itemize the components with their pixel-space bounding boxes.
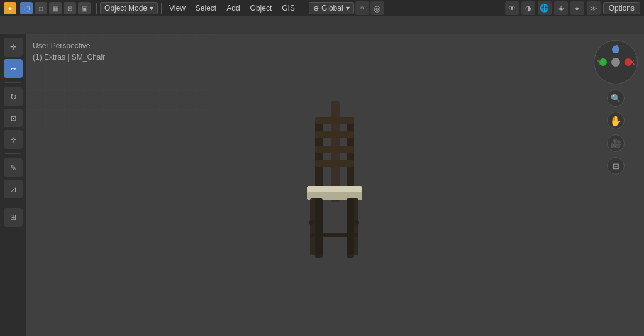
- menu-select[interactable]: Select: [191, 2, 221, 14]
- object-mode-label: Object Mode: [104, 4, 147, 13]
- menu-object[interactable]: Object: [246, 2, 277, 14]
- camera-icon[interactable]: 🎥: [607, 134, 625, 152]
- viewport-gizmos: Z X Y 🔍 ✋ 🎥 ⊞: [594, 40, 638, 175]
- separator-2: [161, 3, 162, 14]
- top-right-controls: 👁 ◑ 🌐 ◈ ● ≫ Options: [505, 1, 640, 15]
- nav-center-dot[interactable]: [611, 58, 620, 67]
- cursor-tool[interactable]: ✛: [4, 38, 23, 57]
- layout-icon-2[interactable]: □: [35, 2, 47, 14]
- perspective-label: User Perspective: [33, 40, 105, 51]
- z-axis-label: Z: [614, 43, 618, 51]
- toolbar-divider-1: [5, 82, 21, 83]
- left-toolbar: ✛ ↔ ↻ ⊡ ⊹ ✎ ⊿ ⊞: [0, 34, 26, 336]
- layout-icon-4[interactable]: ⊞: [64, 2, 76, 14]
- separator-3: [303, 3, 303, 14]
- viewport-info: User Perspective (1) Extras | SM_Chair: [33, 40, 105, 63]
- layout-icons: ⬚ □ ▦ ⊞ ▣: [20, 2, 91, 14]
- x-axis-label: X: [630, 58, 635, 66]
- collection-label: (1) Extras | SM_Chair: [33, 51, 105, 63]
- layout-icon-3[interactable]: ▦: [49, 2, 62, 14]
- render-icon[interactable]: 👁: [505, 1, 519, 15]
- separator-1: [96, 3, 97, 14]
- more-options-icon[interactable]: ≫: [587, 1, 601, 15]
- svg-rect-40: [315, 160, 354, 167]
- proportional-edit-icon[interactable]: ◎: [370, 1, 384, 15]
- object-mode-selector[interactable]: Object Mode ▾: [100, 2, 158, 14]
- menu-add[interactable]: Add: [222, 2, 244, 14]
- scene-icon[interactable]: 🌐: [538, 1, 552, 15]
- transform-chevron-icon: ▾: [346, 4, 350, 13]
- scale-tool[interactable]: ⊡: [4, 109, 23, 127]
- chair-svg: [272, 89, 398, 264]
- transform-selector[interactable]: ⊕ Global ▾: [309, 2, 354, 14]
- zoom-icon[interactable]: 🔍: [607, 89, 625, 107]
- viewport-3d[interactable]: User Perspective (1) Extras | SM_Chair: [26, 34, 644, 336]
- svg-rect-39: [315, 146, 354, 153]
- layout-icon-5[interactable]: ▣: [78, 2, 91, 14]
- y-axis-label: Y: [597, 58, 601, 66]
- menu-gis[interactable]: GIS: [277, 2, 299, 14]
- navigation-gizmo[interactable]: Z X Y: [594, 40, 638, 84]
- top-menu-bar: ● ⬚ □ ▦ ⊞ ▣ Object Mode ▾ View Select Ad…: [0, 0, 644, 16]
- toolbar-divider-3: [5, 203, 21, 203]
- viewport-shading-2[interactable]: ◈: [554, 1, 568, 15]
- logo-area: ●: [4, 2, 16, 14]
- transform-label: Global: [321, 4, 343, 13]
- transform-icon: ⊕: [313, 4, 319, 13]
- menu-view[interactable]: View: [165, 2, 190, 14]
- snap-icon[interactable]: ⌖: [355, 1, 369, 15]
- chair-object[interactable]: [272, 89, 398, 264]
- pan-icon[interactable]: ✋: [607, 112, 625, 129]
- rotate-tool[interactable]: ↻: [4, 87, 23, 106]
- svg-rect-49: [315, 198, 323, 255]
- annotate-tool[interactable]: ✎: [4, 158, 23, 177]
- svg-rect-50: [347, 198, 354, 255]
- transform-tool[interactable]: ⊹: [4, 130, 23, 149]
- svg-rect-37: [315, 117, 354, 124]
- options-button[interactable]: Options: [603, 2, 640, 14]
- measure-tool[interactable]: ⊿: [4, 180, 23, 198]
- svg-rect-42: [308, 186, 361, 192]
- layout-icon-1[interactable]: ⬚: [20, 2, 33, 14]
- move-tool[interactable]: ↔: [4, 59, 23, 78]
- viewport-overlay-icon[interactable]: ⊞: [607, 157, 625, 175]
- viewport-shading-3[interactable]: ●: [570, 1, 584, 15]
- viewport-shading-1[interactable]: ◑: [521, 1, 535, 15]
- toolbar-divider-2: [5, 153, 21, 154]
- add-cube-tool[interactable]: ⊞: [4, 208, 23, 227]
- blender-logo-icon[interactable]: ●: [4, 2, 16, 14]
- chevron-down-icon: ▾: [150, 4, 153, 13]
- svg-rect-38: [315, 131, 354, 138]
- nav-circle[interactable]: Z X Y: [594, 40, 638, 84]
